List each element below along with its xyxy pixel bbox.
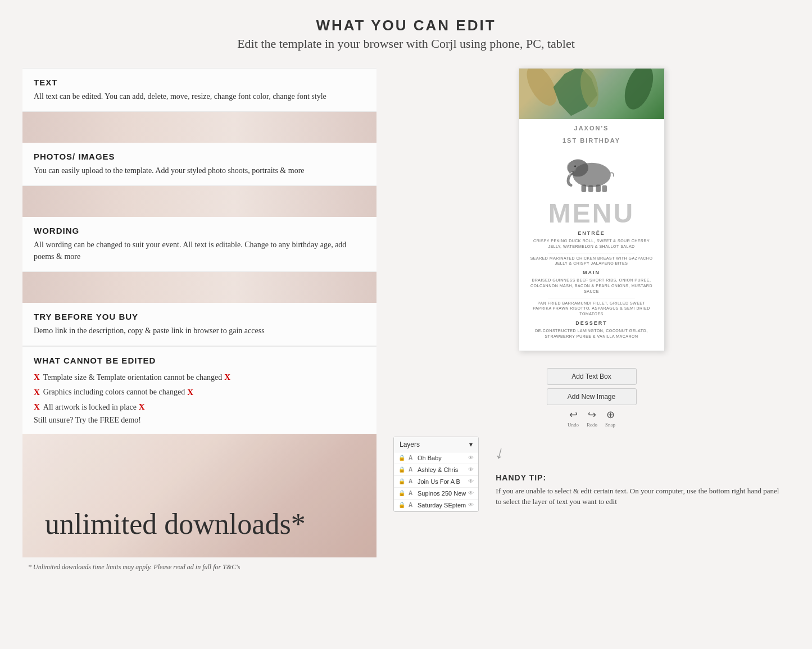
layers-panel: Layers ▾ 🔒 A Oh Baby 👁 🔒 A Ashley & Chri…	[393, 437, 479, 512]
layer-item-5[interactable]: 🔒 A Saturday SEptem 👁	[394, 500, 478, 511]
layer-name-5: Saturday SEptem	[418, 502, 466, 509]
layer-lock-icon-3: 🔒	[398, 478, 406, 484]
svg-rect-4	[588, 185, 593, 192]
footnote: * Unlimited downloads time limits may ap…	[22, 563, 376, 571]
layer-vis-5: 👁	[468, 502, 474, 508]
photos-section: PHOTOS/ IMAGES You can easily upload to …	[22, 143, 376, 186]
x-icon-end-3: X	[139, 401, 145, 414]
layer-type-3: A	[409, 478, 415, 484]
menu-main-item-2: PAN FRIED BARRAMUNDI FILLET, GRILLED SWE…	[519, 301, 664, 317]
cannot-edit-item-3: X All artwork is locked in place X	[34, 401, 365, 414]
layer-name-1: Oh Baby	[418, 455, 466, 461]
text-section-body: All text can be edited. You can add, del…	[34, 90, 365, 102]
floral-strip-3	[22, 272, 376, 303]
arrow-decoration: ↓	[493, 441, 507, 464]
layers-chevron-icon[interactable]: ▾	[469, 441, 473, 448]
menu-card-container: JAXON'S 1ST BIRTHDAY	[393, 68, 790, 351]
cannot-edit-section: WHAT CANNOT BE EDITED X Template size & …	[22, 346, 376, 434]
layer-lock-icon-4: 🔒	[398, 490, 406, 496]
try-section: TRY BEFORE YOU BUY Demo link in the desc…	[22, 303, 376, 346]
page-header: WHAT YOU CAN EDIT Edit the template in y…	[22, 17, 790, 51]
svg-point-2	[566, 162, 576, 173]
redo-button[interactable]: ↪ Redo	[587, 409, 597, 428]
layers-title: Layers	[400, 441, 420, 448]
layer-vis-4: 👁	[468, 490, 474, 496]
menu-divider-2	[548, 298, 635, 298]
leaf-3	[612, 69, 664, 116]
layer-lock-icon-5: 🔒	[398, 502, 406, 508]
layer-name-2: Ashley & Chris	[418, 466, 466, 473]
layers-panel-container: Layers ▾ 🔒 A Oh Baby 👁 🔒 A Ashley & Chri…	[393, 437, 790, 513]
menu-card-leaves	[519, 69, 664, 119]
wording-section: WORDING All wording can be changed to su…	[22, 217, 376, 272]
layers-header: Layers ▾	[394, 437, 478, 452]
layer-lock-icon-2: 🔒	[398, 466, 406, 473]
x-icon-end-1: X	[224, 371, 230, 384]
unlimited-text: unlimited downloads*	[45, 507, 306, 541]
right-panel: JAXON'S 1ST BIRTHDAY	[376, 68, 790, 513]
layer-item-3[interactable]: 🔒 A Join Us For A B 👁	[394, 476, 478, 488]
layer-type-4: A	[409, 490, 415, 496]
x-icon-end-2: X	[187, 386, 193, 399]
add-text-box-button[interactable]: Add Text Box	[547, 368, 637, 385]
undo-button[interactable]: ↩ Undo	[568, 409, 579, 428]
add-new-image-button[interactable]: Add New Image	[547, 388, 637, 405]
corjl-controls: Add Text Box Add New Image ↩ Undo ↪ Redo…	[393, 368, 790, 428]
svg-rect-6	[602, 185, 607, 192]
wording-section-title: WORDING	[34, 226, 365, 235]
layer-type-5: A	[409, 502, 415, 508]
menu-entree-label: ENTRÉE	[519, 230, 664, 236]
menu-birthday: 1ST BIRTHDAY	[519, 131, 664, 144]
left-panel: TEXT All text can be edited. You can add…	[22, 68, 376, 571]
handy-tip-label: HANDY TIP:	[496, 473, 784, 482]
menu-entree-item-2: SEARED MARINATED CHICKEN BREAST WITH GAZ…	[519, 256, 664, 267]
page-subtitle: Edit the template in your browser with C…	[22, 37, 790, 51]
menu-entree-item-1: CRISPY PEKING DUCK ROLL, SWEET & SOUR CH…	[519, 238, 664, 249]
try-section-body: Demo link in the description, copy & pas…	[34, 325, 365, 337]
handy-tip-text: If you are unable to select & edit certa…	[496, 485, 784, 507]
wording-section-body: All wording can be changed to suit your …	[34, 239, 365, 262]
photos-section-title: PHOTOS/ IMAGES	[34, 152, 365, 161]
handy-tip: HANDY TIP: If you are unable to select &…	[490, 468, 790, 513]
cannot-edit-item-1: X Template size & Template orientation c…	[34, 371, 365, 384]
layer-name-3: Join Us For A B	[418, 478, 466, 485]
snap-button[interactable]: ⊕ Snap	[605, 409, 615, 428]
try-section-title: TRY BEFORE YOU BUY	[34, 312, 365, 321]
floral-strip-1	[22, 112, 376, 143]
menu-main-label: MAIN	[519, 270, 664, 275]
layer-type-1: A	[409, 455, 415, 461]
menu-dessert-item-1: DE-CONSTRUCTED LAMINGTON, COCONUT GELATO…	[519, 328, 664, 339]
text-section: TEXT All text can be edited. You can add…	[22, 68, 376, 112]
x-icon-1: X	[34, 371, 40, 384]
menu-divider-1	[548, 253, 635, 253]
unlimited-section: unlimited downloads*	[22, 434, 376, 557]
photos-section-body: You can easily upload to the template. A…	[34, 165, 365, 176]
layer-vis-3: 👁	[468, 478, 474, 484]
layer-item-2[interactable]: 🔒 A Ashley & Chris 👁	[394, 464, 478, 476]
cannot-edit-title: WHAT CANNOT BE EDITED	[34, 356, 365, 365]
page-title: WHAT YOU CAN EDIT	[22, 17, 790, 34]
layer-lock-icon-1: 🔒	[398, 455, 406, 461]
svg-rect-5	[596, 184, 601, 192]
cannot-edit-item-2: X Graphics including colors cannot be ch…	[34, 386, 365, 399]
menu-main-item-1: BRAISED GUINNESS BEEF SHORT RIBS, ONION …	[519, 278, 664, 294]
layer-vis-1: 👁	[468, 455, 474, 461]
layer-vis-2: 👁	[468, 466, 474, 473]
floral-strip-2	[22, 186, 376, 217]
text-section-title: TEXT	[34, 78, 365, 87]
layer-type-2: A	[409, 466, 415, 473]
corjl-toolbar: ↩ Undo ↪ Redo ⊕ Snap	[568, 409, 615, 428]
svg-point-7	[574, 165, 575, 167]
x-icon-2: X	[34, 386, 40, 399]
menu-card: JAXON'S 1ST BIRTHDAY	[519, 68, 665, 351]
menu-person-name: JAXON'S	[519, 119, 664, 131]
layer-item-4[interactable]: 🔒 A Supinos 250 New 👁	[394, 488, 478, 500]
x-icon-3: X	[34, 401, 40, 414]
elephant-illustration	[519, 144, 664, 198]
menu-dessert-label: DESSERT	[519, 320, 664, 326]
layer-item-1[interactable]: 🔒 A Oh Baby 👁	[394, 452, 478, 464]
menu-card-title: MENU	[519, 198, 664, 227]
layer-name-4: Supinos 250 New	[418, 490, 466, 497]
svg-rect-3	[581, 184, 586, 192]
free-demo-text: Still unsure? Try the FREE demo!	[34, 416, 365, 425]
